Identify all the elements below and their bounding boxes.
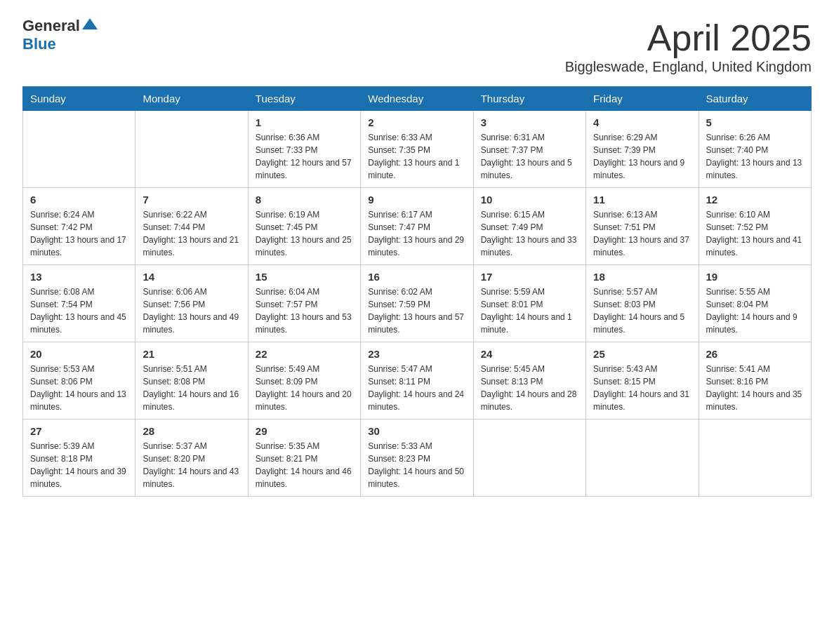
table-row: 15Sunrise: 6:04 AMSunset: 7:57 PMDayligh… — [248, 265, 360, 342]
header-monday: Monday — [135, 87, 248, 111]
table-row: 20Sunrise: 5:53 AMSunset: 8:06 PMDayligh… — [23, 342, 135, 420]
day-number: 5 — [706, 116, 804, 128]
table-row — [23, 111, 135, 188]
day-detail: Sunrise: 5:39 AMSunset: 8:18 PMDaylight:… — [30, 440, 128, 490]
day-detail: Sunrise: 5:37 AMSunset: 8:20 PMDaylight:… — [143, 440, 240, 490]
table-row — [699, 420, 811, 497]
day-detail: Sunrise: 6:10 AMSunset: 7:52 PMDaylight:… — [706, 208, 804, 259]
day-number: 10 — [481, 194, 578, 206]
day-detail: Sunrise: 5:33 AMSunset: 8:23 PMDaylight:… — [368, 440, 465, 490]
logo-text-blue: Blue — [22, 35, 56, 53]
day-number: 24 — [481, 348, 578, 360]
day-detail: Sunrise: 5:45 AMSunset: 8:13 PMDaylight:… — [481, 363, 578, 413]
day-detail: Sunrise: 6:36 AMSunset: 7:33 PMDaylight:… — [256, 131, 353, 182]
day-detail: Sunrise: 6:19 AMSunset: 7:45 PMDaylight:… — [256, 208, 353, 259]
table-row — [586, 420, 699, 497]
header-sunday: Sunday — [23, 87, 135, 111]
header-thursday: Thursday — [473, 87, 585, 111]
header-wednesday: Wednesday — [361, 87, 473, 111]
day-number: 8 — [256, 194, 353, 206]
calendar-week-row: 27Sunrise: 5:39 AMSunset: 8:18 PMDayligh… — [23, 420, 812, 497]
day-number: 27 — [30, 425, 128, 437]
table-row: 2Sunrise: 6:33 AMSunset: 7:35 PMDaylight… — [361, 111, 473, 188]
day-number: 14 — [143, 271, 240, 283]
table-row: 26Sunrise: 5:41 AMSunset: 8:16 PMDayligh… — [699, 342, 811, 420]
table-row: 1Sunrise: 6:36 AMSunset: 7:33 PMDaylight… — [248, 111, 360, 188]
table-row: 17Sunrise: 5:59 AMSunset: 8:01 PMDayligh… — [473, 265, 585, 342]
table-row: 12Sunrise: 6:10 AMSunset: 7:52 PMDayligh… — [699, 188, 811, 265]
table-row: 22Sunrise: 5:49 AMSunset: 8:09 PMDayligh… — [248, 342, 360, 420]
svg-marker-0 — [82, 18, 98, 29]
table-row: 4Sunrise: 6:29 AMSunset: 7:39 PMDaylight… — [586, 111, 699, 188]
table-row: 7Sunrise: 6:22 AMSunset: 7:44 PMDaylight… — [135, 188, 248, 265]
day-detail: Sunrise: 6:24 AMSunset: 7:42 PMDaylight:… — [30, 208, 128, 259]
day-detail: Sunrise: 6:06 AMSunset: 7:56 PMDaylight:… — [143, 286, 240, 336]
day-number: 12 — [706, 194, 804, 206]
logo-triangle-icon — [82, 17, 98, 31]
table-row — [473, 420, 585, 497]
table-row: 11Sunrise: 6:13 AMSunset: 7:51 PMDayligh… — [586, 188, 699, 265]
day-number: 2 — [368, 116, 465, 128]
table-row: 3Sunrise: 6:31 AMSunset: 7:37 PMDaylight… — [473, 111, 585, 188]
day-detail: Sunrise: 5:55 AMSunset: 8:04 PMDaylight:… — [706, 286, 804, 336]
day-number: 22 — [256, 348, 353, 360]
table-row: 13Sunrise: 6:08 AMSunset: 7:54 PMDayligh… — [23, 265, 135, 342]
month-title: April 2025 — [565, 17, 812, 59]
table-row: 6Sunrise: 6:24 AMSunset: 7:42 PMDaylight… — [23, 188, 135, 265]
table-row: 19Sunrise: 5:55 AMSunset: 8:04 PMDayligh… — [699, 265, 811, 342]
day-number: 19 — [706, 271, 804, 283]
day-number: 4 — [593, 116, 691, 128]
day-number: 26 — [706, 348, 804, 360]
table-row: 10Sunrise: 6:15 AMSunset: 7:49 PMDayligh… — [473, 188, 585, 265]
calendar-table: Sunday Monday Tuesday Wednesday Thursday… — [22, 86, 812, 497]
table-row: 25Sunrise: 5:43 AMSunset: 8:15 PMDayligh… — [586, 342, 699, 420]
day-number: 6 — [30, 194, 128, 206]
location-subtitle: Biggleswade, England, United Kingdom — [565, 59, 812, 75]
day-number: 9 — [368, 194, 465, 206]
day-detail: Sunrise: 5:53 AMSunset: 8:06 PMDaylight:… — [30, 363, 128, 413]
day-number: 25 — [593, 348, 691, 360]
table-row: 9Sunrise: 6:17 AMSunset: 7:47 PMDaylight… — [361, 188, 473, 265]
day-detail: Sunrise: 5:57 AMSunset: 8:03 PMDaylight:… — [593, 286, 691, 336]
day-detail: Sunrise: 6:08 AMSunset: 7:54 PMDaylight:… — [30, 286, 128, 336]
day-detail: Sunrise: 5:35 AMSunset: 8:21 PMDaylight:… — [256, 440, 353, 490]
day-number: 30 — [368, 425, 465, 437]
table-row: 14Sunrise: 6:06 AMSunset: 7:56 PMDayligh… — [135, 265, 248, 342]
day-detail: Sunrise: 6:15 AMSunset: 7:49 PMDaylight:… — [481, 208, 578, 259]
day-detail: Sunrise: 5:41 AMSunset: 8:16 PMDaylight:… — [706, 363, 804, 413]
day-detail: Sunrise: 5:51 AMSunset: 8:08 PMDaylight:… — [143, 363, 240, 413]
table-row: 18Sunrise: 5:57 AMSunset: 8:03 PMDayligh… — [586, 265, 699, 342]
logo-text-general: General — [22, 17, 80, 35]
day-number: 28 — [143, 425, 240, 437]
header-saturday: Saturday — [699, 87, 811, 111]
table-row: 28Sunrise: 5:37 AMSunset: 8:20 PMDayligh… — [135, 420, 248, 497]
calendar-week-row: 13Sunrise: 6:08 AMSunset: 7:54 PMDayligh… — [23, 265, 812, 342]
day-detail: Sunrise: 5:47 AMSunset: 8:11 PMDaylight:… — [368, 363, 465, 413]
day-detail: Sunrise: 6:31 AMSunset: 7:37 PMDaylight:… — [481, 131, 578, 182]
calendar-week-row: 6Sunrise: 6:24 AMSunset: 7:42 PMDaylight… — [23, 188, 812, 265]
day-detail: Sunrise: 6:02 AMSunset: 7:59 PMDaylight:… — [368, 286, 465, 336]
day-number: 17 — [481, 271, 578, 283]
day-number: 15 — [256, 271, 353, 283]
table-row: 8Sunrise: 6:19 AMSunset: 7:45 PMDaylight… — [248, 188, 360, 265]
title-area: April 2025 Biggleswade, England, United … — [565, 17, 812, 75]
calendar-header-row: Sunday Monday Tuesday Wednesday Thursday… — [23, 87, 812, 111]
day-number: 16 — [368, 271, 465, 283]
day-number: 11 — [593, 194, 691, 206]
day-number: 13 — [30, 271, 128, 283]
day-number: 7 — [143, 194, 240, 206]
day-detail: Sunrise: 5:59 AMSunset: 8:01 PMDaylight:… — [481, 286, 578, 336]
day-detail: Sunrise: 6:22 AMSunset: 7:44 PMDaylight:… — [143, 208, 240, 259]
table-row: 5Sunrise: 6:26 AMSunset: 7:40 PMDaylight… — [699, 111, 811, 188]
day-number: 21 — [143, 348, 240, 360]
table-row: 29Sunrise: 5:35 AMSunset: 8:21 PMDayligh… — [248, 420, 360, 497]
day-detail: Sunrise: 5:43 AMSunset: 8:15 PMDaylight:… — [593, 363, 691, 413]
page-header: General Blue April 2025 Biggleswade, Eng… — [22, 17, 812, 75]
table-row: 27Sunrise: 5:39 AMSunset: 8:18 PMDayligh… — [23, 420, 135, 497]
header-friday: Friday — [586, 87, 699, 111]
day-detail: Sunrise: 6:04 AMSunset: 7:57 PMDaylight:… — [256, 286, 353, 336]
table-row: 23Sunrise: 5:47 AMSunset: 8:11 PMDayligh… — [361, 342, 473, 420]
day-number: 18 — [593, 271, 691, 283]
day-detail: Sunrise: 5:49 AMSunset: 8:09 PMDaylight:… — [256, 363, 353, 413]
day-number: 1 — [256, 116, 353, 128]
